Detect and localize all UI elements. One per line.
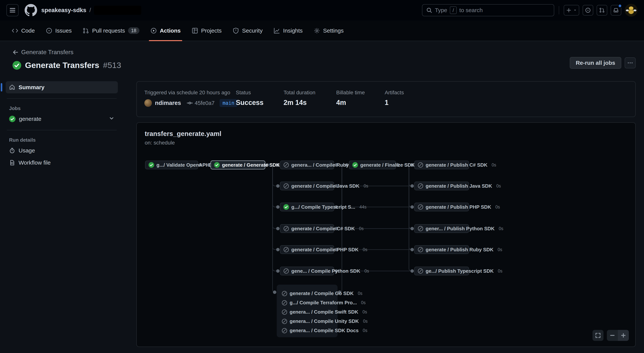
graph-node-generate[interactable]: generate / Generate SDK27s xyxy=(211,160,265,169)
graph-node-compile-sdk-docs[interactable]: genera... / Compile SDK Docs0s xyxy=(277,326,338,335)
file-code-icon xyxy=(9,160,15,166)
inbox-button[interactable] xyxy=(611,5,621,16)
tab-insights[interactable]: Insights xyxy=(269,20,307,41)
graph-node-publish-typescript[interactable]: ge.../ Publish Typescript SDK0s xyxy=(414,267,469,275)
graph-node-finalize[interactable]: generate / Finalize SDK15s xyxy=(349,160,396,169)
graph-node-publish-python[interactable]: gener... / Publish Python SDK0s xyxy=(414,224,469,233)
graph-node-compile-csharp[interactable]: generate / Compile C# SDK0s xyxy=(280,224,334,233)
search-placeholder-prefix: Type xyxy=(435,7,447,14)
run-number: #513 xyxy=(103,60,121,70)
graph-node-compile-python[interactable]: gene... / Compile Python SDK0s xyxy=(280,267,334,275)
tab-actions[interactable]: Actions xyxy=(146,20,185,41)
graph-node-compile-java[interactable]: generate / Compile Java SDK0s xyxy=(280,182,334,190)
node-duration: 0s xyxy=(362,184,368,188)
fit-to-window-button[interactable] xyxy=(592,330,604,341)
node-duration: 0s xyxy=(490,162,496,168)
user-avatar[interactable] xyxy=(625,4,638,17)
graph-node-publish-csharp[interactable]: generate / Publish C# SDK0s xyxy=(414,160,469,169)
actor-avatar[interactable] xyxy=(144,99,152,107)
tab-projects[interactable]: Projects xyxy=(188,20,226,41)
graph-icon xyxy=(274,28,280,34)
skipped-icon xyxy=(283,183,289,189)
skipped-icon xyxy=(283,226,289,232)
workflow-graph-card: transfers_generate.yaml on: schedule g..… xyxy=(136,122,636,347)
success-check-icon xyxy=(12,61,21,70)
tab-code[interactable]: Code xyxy=(8,20,39,41)
graph-node-compile-go-sdk[interactable]: generate / Compile Go SDK0s xyxy=(277,289,338,298)
graph-node-group-compile-matrix: generate / Compile Go SDK0sg.../ Compile… xyxy=(277,285,338,337)
graph-node-publish-java[interactable]: generate / Publish Java SDK0s xyxy=(414,182,469,190)
success-check-icon xyxy=(283,204,289,210)
commit-sha-link[interactable]: 45fe0a7 xyxy=(195,100,214,106)
tab-issues[interactable]: Issues xyxy=(42,20,76,41)
connector-dot xyxy=(410,227,414,230)
table-icon xyxy=(192,28,198,34)
git-pull-request-icon xyxy=(82,28,89,34)
skipped-icon xyxy=(282,291,287,296)
repo-owner-link[interactable]: speakeasy-sdks xyxy=(41,7,86,14)
issue-opened-icon xyxy=(585,8,591,13)
connector-dot xyxy=(410,184,414,188)
actor-login[interactable]: ndimares xyxy=(155,100,181,106)
redacted-repo-name xyxy=(94,6,141,15)
zoom-control xyxy=(607,330,629,341)
graph-node-publish-ruby[interactable]: generate / Publish Ruby SDK0s xyxy=(414,245,469,254)
graph-node-compile-unity-sdk[interactable]: genera... / Compile Unity SDK0s xyxy=(277,317,338,326)
tab-settings[interactable]: Settings xyxy=(310,20,348,41)
sidebar-item-summary[interactable]: Summary xyxy=(6,81,118,93)
create-new-button[interactable] xyxy=(564,5,579,16)
graph-node-validate[interactable]: g.../ Validate OpenAPI Doc...17s xyxy=(145,160,198,169)
skipped-icon xyxy=(418,247,423,252)
connector-dot xyxy=(276,269,280,273)
node-label: generate / Publish Java SDK xyxy=(426,183,492,189)
skipped-icon xyxy=(282,328,287,334)
sidebar-divider xyxy=(7,130,117,130)
connector-dot xyxy=(276,184,280,188)
run-details-heading: Run details xyxy=(9,137,118,143)
job-label: generate xyxy=(19,116,41,122)
run-options-button[interactable] xyxy=(625,58,636,68)
stat-value: 2m 14s xyxy=(284,99,315,106)
stat-value: Success xyxy=(236,99,264,106)
sidebar-item-usage[interactable]: Usage xyxy=(6,144,118,156)
graph-node-compile-terraform-pro[interactable]: g.../ Compile Terraform Pro...0s xyxy=(277,298,338,307)
sidebar-item-workflow-file[interactable]: Workflow file xyxy=(6,156,118,169)
search-input[interactable]: Type / to search xyxy=(422,4,554,16)
graph-node-publish-php[interactable]: generate / Publish PHP SDK0s xyxy=(414,203,469,211)
graph-node-compile-php[interactable]: generate / Compile PHP SDK0s xyxy=(280,245,334,254)
breadcrumb-separator: / xyxy=(90,7,91,14)
tab-security[interactable]: Security xyxy=(228,20,267,41)
slash-key-hint: / xyxy=(450,6,457,14)
node-duration: 0s xyxy=(496,247,502,252)
zoom-in-button[interactable] xyxy=(618,330,629,341)
pull-requests-dashboard-button[interactable] xyxy=(597,5,607,16)
node-duration: 0s xyxy=(496,268,502,274)
branch-label[interactable]: main xyxy=(220,99,238,107)
issues-dashboard-button[interactable] xyxy=(583,5,593,16)
node-duration: 0s xyxy=(356,291,362,296)
repo-tab-bar: CodeIssuesPull requests18ActionsProjects… xyxy=(0,20,644,41)
dash-icon xyxy=(610,332,615,338)
zoom-out-button[interactable] xyxy=(607,330,618,341)
search-icon xyxy=(426,7,432,13)
tab-pull-requests[interactable]: Pull requests18 xyxy=(78,20,144,41)
node-label: generate / Generate SDK xyxy=(222,162,280,168)
back-to-workflow-link[interactable]: Generate Transfers xyxy=(12,41,74,56)
node-duration: 0s xyxy=(494,204,500,210)
connector-dot xyxy=(276,227,280,230)
node-label: gener... / Publish Python SDK xyxy=(426,226,494,232)
git-pull-request-icon xyxy=(599,8,605,13)
graph-node-compile-swift-sdk[interactable]: genera... / Compile Swift SDK0s xyxy=(277,307,338,317)
stat-total-duration: Total duration2m 14s xyxy=(284,90,315,106)
success-check-icon xyxy=(9,116,16,122)
rerun-all-jobs-button[interactable]: Re-run all jobs xyxy=(570,57,621,69)
sidebar-job-generate[interactable]: generate xyxy=(6,113,118,125)
chevron-down-icon-wrap[interactable] xyxy=(109,116,114,122)
shield-icon xyxy=(232,28,239,34)
stat-label: Artifacts xyxy=(385,90,404,96)
node-label: generate / Publish C# SDK xyxy=(426,162,488,168)
hamburger-menu-button[interactable] xyxy=(6,4,18,16)
graph-node-compile-ruby[interactable]: genera... / Compile Ruby SDK0s xyxy=(280,160,334,169)
graph-node-compile-typescript[interactable]: g.../ Compile Typescript S...44s xyxy=(280,203,334,211)
github-logo-icon[interactable] xyxy=(24,4,37,16)
